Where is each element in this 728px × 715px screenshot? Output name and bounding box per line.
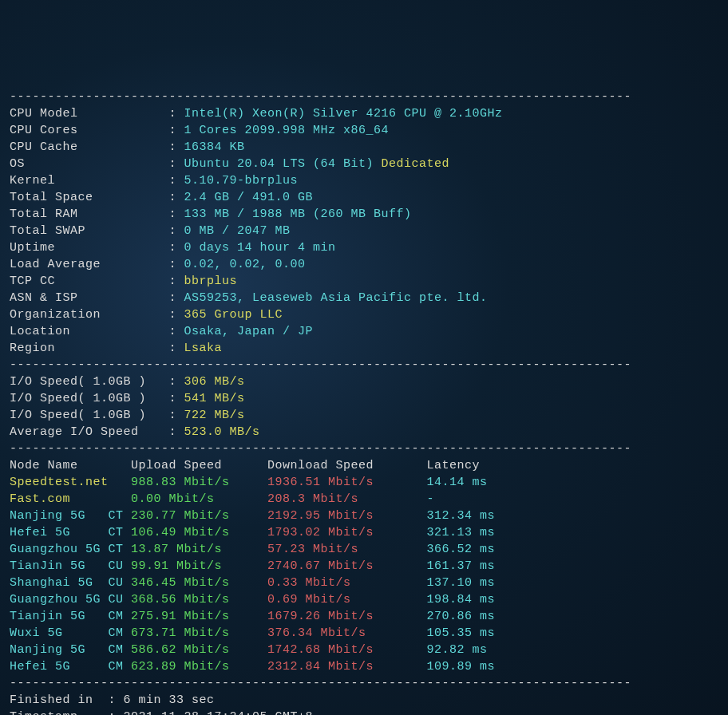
finished-value: 6 min 33 sec — [124, 693, 215, 707]
total-swap-value: 0 MB / 2047 MB — [184, 224, 291, 238]
speedtest-row-upload: 368.56 Mbit/s — [131, 593, 267, 606]
org-label: Organization — [10, 308, 169, 322]
speedtest-row-upload: 586.62 Mbit/s — [131, 643, 267, 657]
speedtest-row-upload: 13.87 Mbit/s — [131, 543, 267, 556]
io-test2-label: I/O Speed( 1.0GB ) — [10, 392, 169, 405]
finished-label: Finished in — [10, 693, 109, 707]
speedtest-row-upload: 230.77 Mbit/s — [131, 509, 267, 523]
speedtest-row-download: 208.3 Mbit/s — [267, 492, 427, 506]
speedtest-row-latency: 105.35 ms — [427, 626, 496, 640]
speedtest-row-upload: 988.83 Mbit/s — [131, 476, 267, 489]
region-label: Region — [10, 342, 169, 355]
speedtest-row-upload: 623.89 Mbit/s — [131, 660, 267, 674]
speedtest-row-download: 2192.95 Mbit/s — [267, 509, 427, 523]
cpu-cache-label: CPU Cache — [10, 140, 169, 154]
speedtest-row-download: 0.33 Mbit/s — [267, 576, 427, 590]
uptime-value: 0 days 14 hour 4 min — [184, 241, 336, 255]
kernel-label: Kernel — [10, 174, 169, 188]
speedtest-row-node: Nanjing 5G CM — [10, 643, 131, 657]
location-value: Osaka, Japan / JP — [184, 325, 314, 338]
divider-line: ----------------------------------------… — [10, 677, 631, 690]
io-test1-label: I/O Speed( 1.0GB ) — [10, 375, 169, 389]
speedtest-row-node: Guangzhou 5G CT — [10, 543, 131, 556]
speedtest-row-node: Fast.com — [10, 492, 131, 506]
speedtest-row-upload: 99.91 Mbit/s — [131, 559, 267, 573]
os-value: Ubuntu 20.04 LTS (64 Bit) — [184, 157, 374, 171]
speedtest-row-node: Shanghai 5G CU — [10, 576, 131, 590]
speedtest-row-upload: 346.45 Mbit/s — [131, 576, 267, 590]
speedtest-row-latency: 321.13 ms — [427, 526, 496, 539]
kernel-value: 5.10.79-bbrplus — [184, 174, 299, 188]
tcp-cc-label: TCP CC — [10, 275, 169, 288]
io-test3-label: I/O Speed( 1.0GB ) — [10, 409, 169, 422]
asn-isp-value: AS59253, Leaseweb Asia Pacific pte. ltd. — [184, 291, 488, 305]
total-space-label: Total Space — [10, 191, 169, 204]
speedtest-row-node: Guangzhou 5G CU — [10, 593, 131, 606]
os-label: OS — [10, 157, 169, 171]
speedtest-row-download: 0.69 Mbit/s — [267, 593, 427, 606]
speedtest-row-latency: 14.14 ms — [427, 476, 488, 489]
speedtest-header-latency: Latency — [427, 459, 481, 472]
os-extra: Dedicated — [382, 157, 450, 171]
total-space-value: 2.4 GB / 491.0 GB — [184, 191, 314, 204]
total-ram-value: 133 MB / 1988 MB (260 MB Buff) — [184, 207, 412, 221]
speedtest-row-node: Tianjin 5G CM — [10, 610, 131, 623]
speedtest-row-node: Wuxi 5G CM — [10, 626, 131, 640]
speedtest-row-download: 1793.02 Mbit/s — [267, 526, 427, 539]
cpu-model-value: Intel(R) Xeon(R) Silver 4216 CPU @ 2.10G… — [184, 107, 503, 120]
speedtest-row-download: 1679.26 Mbit/s — [267, 610, 427, 623]
speedtest-row-node: Nanjing 5G CT — [10, 509, 131, 523]
uptime-label: Uptime — [10, 241, 169, 255]
terminal-output: ----------------------------------------… — [0, 67, 728, 715]
speedtest-header-download: Download Speed — [267, 459, 427, 472]
speedtest-row-download: 1936.51 Mbit/s — [267, 476, 427, 489]
io-test1-value: 306 MB/s — [184, 375, 245, 389]
timestamp-label: Timestamp — [10, 710, 109, 715]
speedtest-row-upload: 106.49 Mbit/s — [131, 526, 267, 539]
speedtest-row-node: TianJin 5G CU — [10, 559, 131, 573]
speedtest-row-latency: 109.89 ms — [427, 660, 496, 674]
speedtest-row-latency: 92.82 ms — [427, 643, 488, 657]
region-value: Lsaka — [184, 342, 223, 355]
speedtest-row-latency: 312.34 ms — [427, 509, 496, 523]
speedtest-row-node: Hefei 5G CT — [10, 526, 131, 539]
divider-line: ----------------------------------------… — [10, 358, 631, 372]
io-avg-label: Average I/O Speed — [10, 425, 169, 439]
total-ram-label: Total RAM — [10, 207, 169, 221]
speedtest-row-latency: 270.86 ms — [427, 610, 496, 623]
org-value: 365 Group LLC — [184, 308, 283, 322]
speedtest-row-download: 376.34 Mbit/s — [267, 626, 427, 640]
cpu-cache-value: 16384 KB — [184, 140, 245, 154]
speedtest-row-latency: 198.84 ms — [427, 593, 496, 606]
speedtest-row-latency: 161.37 ms — [427, 559, 496, 573]
speedtest-row-latency: 137.10 ms — [427, 576, 496, 590]
speedtest-header-node: Node Name — [10, 459, 131, 472]
io-test3-value: 722 MB/s — [184, 409, 245, 422]
cpu-cores-label: CPU Cores — [10, 124, 169, 137]
speedtest-row-upload: 275.91 Mbit/s — [131, 610, 267, 623]
speedtest-row-latency: 366.52 ms — [427, 543, 496, 556]
speedtest-row-download: 57.23 Mbit/s — [267, 543, 427, 556]
timestamp-value: 2021-11-28 17:24:05 GMT+8 — [124, 710, 314, 715]
speedtest-header-upload: Upload Speed — [131, 459, 267, 472]
asn-isp-label: ASN & ISP — [10, 291, 169, 305]
speedtest-row-upload: 673.71 Mbit/s — [131, 626, 267, 640]
speedtest-rows: Speedtest.net 988.83 Mbit/s 1936.51 Mbit… — [10, 474, 718, 675]
load-avg-value: 0.02, 0.02, 0.00 — [184, 258, 306, 271]
speedtest-row-download: 2312.84 Mbit/s — [267, 660, 427, 674]
cpu-model-label: CPU Model — [10, 107, 169, 120]
speedtest-row-node: Speedtest.net — [10, 476, 131, 489]
load-avg-label: Load Average — [10, 258, 169, 271]
speedtest-row-download: 2740.67 Mbit/s — [267, 559, 427, 573]
io-test2-value: 541 MB/s — [184, 392, 245, 405]
divider-line: ----------------------------------------… — [10, 442, 631, 456]
total-swap-label: Total SWAP — [10, 224, 169, 238]
cpu-cores-value: 1 Cores 2099.998 MHz x86_64 — [184, 124, 390, 137]
location-label: Location — [10, 325, 169, 338]
tcp-cc-value: bbrplus — [184, 275, 238, 288]
divider-line: ----------------------------------------… — [10, 90, 631, 104]
io-avg-value: 523.0 MB/s — [184, 425, 260, 439]
speedtest-row-download: 1742.68 Mbit/s — [267, 643, 427, 657]
speedtest-row-latency: - — [427, 492, 435, 506]
speedtest-row-node: Hefei 5G CM — [10, 660, 131, 674]
